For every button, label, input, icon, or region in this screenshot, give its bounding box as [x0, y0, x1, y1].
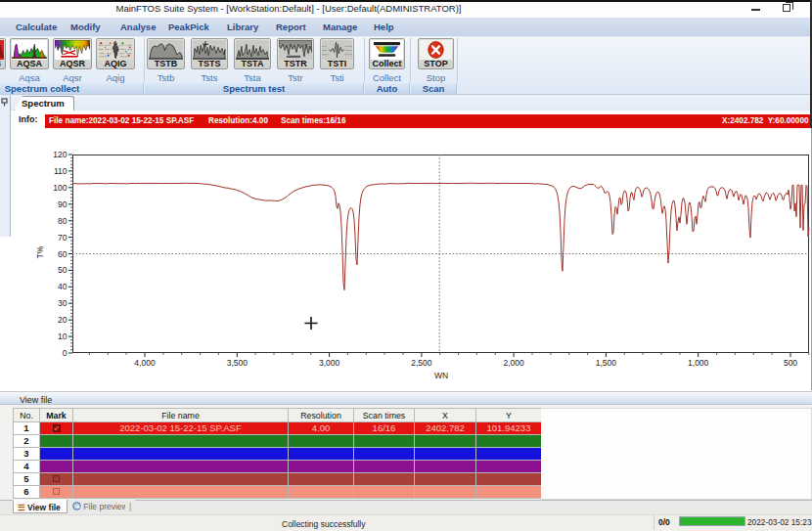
svg-text:120: 120 — [53, 150, 67, 159]
svg-text:0: 0 — [63, 348, 68, 358]
svg-text:10: 10 — [58, 332, 68, 341]
svg-text:50: 50 — [58, 265, 68, 275]
svg-text:2,000: 2,000 — [503, 358, 524, 368]
svg-text:30: 30 — [58, 298, 68, 308]
svg-text:110: 110 — [54, 166, 68, 176]
svg-text:1,500: 1,500 — [596, 358, 617, 368]
svg-text:90: 90 — [58, 199, 68, 209]
svg-text:100: 100 — [53, 183, 67, 193]
svg-text:WN: WN — [434, 371, 448, 380]
svg-text:1,000: 1,000 — [688, 358, 709, 368]
svg-text:40: 40 — [58, 282, 68, 291]
svg-text:20: 20 — [58, 315, 68, 325]
svg-text:3,000: 3,000 — [319, 358, 340, 368]
svg-text:2,500: 2,500 — [411, 358, 432, 368]
svg-text:3,500: 3,500 — [227, 358, 248, 368]
svg-text:70: 70 — [58, 233, 68, 243]
svg-text:500: 500 — [784, 358, 797, 368]
svg-text:80: 80 — [58, 216, 68, 226]
svg-text:4,000: 4,000 — [134, 358, 156, 368]
svg-text:T%: T% — [35, 245, 45, 258]
svg-text:60: 60 — [58, 249, 68, 259]
